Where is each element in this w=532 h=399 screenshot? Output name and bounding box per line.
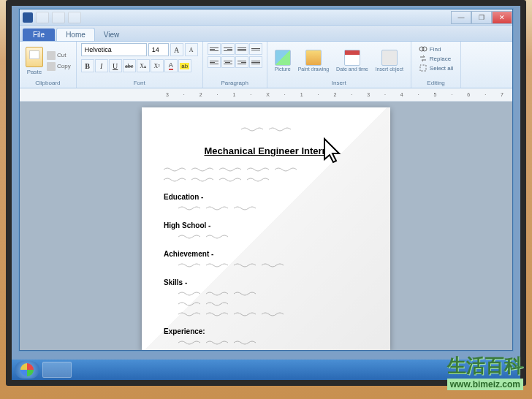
paste-button[interactable]: Paste: [24, 45, 45, 77]
select-all-button[interactable]: Select all: [419, 64, 453, 72]
section-heading: Education -: [164, 193, 368, 201]
italic-button[interactable]: I: [95, 59, 108, 72]
binoculars-icon: [419, 45, 428, 53]
section-heading: Experience:: [164, 327, 368, 335]
highlight-button[interactable]: ab: [178, 59, 191, 72]
find-button[interactable]: Find: [419, 45, 453, 53]
align-right-button[interactable]: [235, 56, 248, 68]
font-name-select[interactable]: Helvetica: [81, 43, 147, 56]
svg-point-1: [422, 47, 427, 51]
document-area[interactable]: Mechanical Engineer Intern Education - H…: [20, 102, 512, 350]
insert-paint-button[interactable]: Paint drawing: [295, 49, 332, 72]
decrease-indent-button[interactable]: [208, 43, 221, 55]
insert-datetime-button[interactable]: Date and time: [333, 49, 371, 72]
insert-group: Picture Paint drawing Date and time Inse…: [267, 42, 411, 88]
wordpad-window: — ❐ ✕ File Home View Paste Cut Copy Clip…: [19, 9, 513, 351]
font-size-select[interactable]: 14: [148, 43, 169, 56]
underline-button[interactable]: U: [109, 59, 122, 72]
paint-icon: [305, 50, 322, 66]
minimize-button[interactable]: —: [451, 11, 471, 24]
windows-icon: [20, 363, 34, 376]
cut-button[interactable]: Cut: [46, 50, 72, 61]
bold-button[interactable]: B: [81, 59, 94, 72]
paragraph-group: Paragraph: [203, 42, 267, 88]
start-button[interactable]: [15, 361, 39, 379]
align-center-button[interactable]: [221, 56, 235, 68]
copy-icon: [47, 62, 56, 71]
maximize-button[interactable]: ❐: [471, 11, 492, 24]
align-left-button[interactable]: [208, 56, 221, 68]
picture-icon: [275, 50, 291, 66]
taskbar-wordpad-button[interactable]: [42, 362, 72, 378]
qat-redo-icon[interactable]: [68, 12, 81, 23]
justify-button[interactable]: [249, 56, 262, 68]
close-button[interactable]: ✕: [492, 11, 512, 24]
qat-save-icon[interactable]: [36, 12, 49, 23]
ruler[interactable]: 3 · 2 · 1 · X · 1 · 2 · 3 · 4 · 5 · 6 · …: [20, 88, 512, 102]
section-heading: High School -: [164, 221, 368, 229]
select-all-icon: [419, 64, 428, 72]
subscript-button[interactable]: X₂: [137, 59, 150, 72]
insert-picture-button[interactable]: Picture: [272, 49, 294, 72]
home-tab[interactable]: Home: [56, 28, 95, 41]
replace-button[interactable]: Replace: [419, 54, 453, 63]
ribbon: Paste Cut Copy Clipboard Helvetica 14 A …: [20, 42, 512, 88]
section-heading: Achievement -: [164, 250, 368, 258]
file-tab[interactable]: File: [23, 28, 55, 41]
paste-icon: [26, 47, 43, 67]
strike-button[interactable]: abc: [123, 59, 136, 72]
app-icon: [23, 12, 33, 23]
insert-object-button[interactable]: Insert object: [373, 49, 406, 72]
grow-font-button[interactable]: A: [170, 43, 183, 56]
scissors-icon: [47, 51, 56, 60]
ribbon-tabs: File Home View: [20, 26, 512, 42]
replace-icon: [419, 54, 428, 63]
qat-undo-icon[interactable]: [52, 12, 65, 23]
pencil-icon: A: [169, 61, 173, 70]
section-heading: Skills -: [164, 278, 368, 286]
svg-rect-2: [420, 65, 426, 71]
view-tab[interactable]: View: [95, 28, 129, 41]
document-page[interactable]: Mechanical Engineer Intern Education - H…: [142, 107, 390, 350]
calendar-icon: [344, 50, 360, 66]
object-icon: [381, 50, 398, 66]
superscript-button[interactable]: X²: [151, 59, 164, 72]
line-spacing-button[interactable]: [249, 43, 262, 55]
editing-group: Find Replace Select all Editing: [411, 42, 461, 88]
titlebar: — ❐ ✕: [20, 10, 512, 26]
highlighter-icon: ab: [180, 63, 189, 69]
watermark: 生活百科 www.bimeiz.com: [447, 353, 523, 390]
clipboard-group: Paste Cut Copy Clipboard: [20, 42, 77, 88]
increase-indent-button[interactable]: [221, 43, 235, 55]
document-title: Mechanical Engineer Intern: [164, 145, 368, 156]
shrink-font-button[interactable]: A: [185, 43, 198, 56]
bullets-button[interactable]: [235, 43, 248, 55]
taskbar[interactable]: [12, 360, 520, 380]
font-color-button[interactable]: A: [164, 59, 178, 72]
font-group: Helvetica 14 A A B I U abc X₂ X² A ab Fo…: [77, 42, 203, 88]
copy-button[interactable]: Copy: [46, 61, 72, 72]
